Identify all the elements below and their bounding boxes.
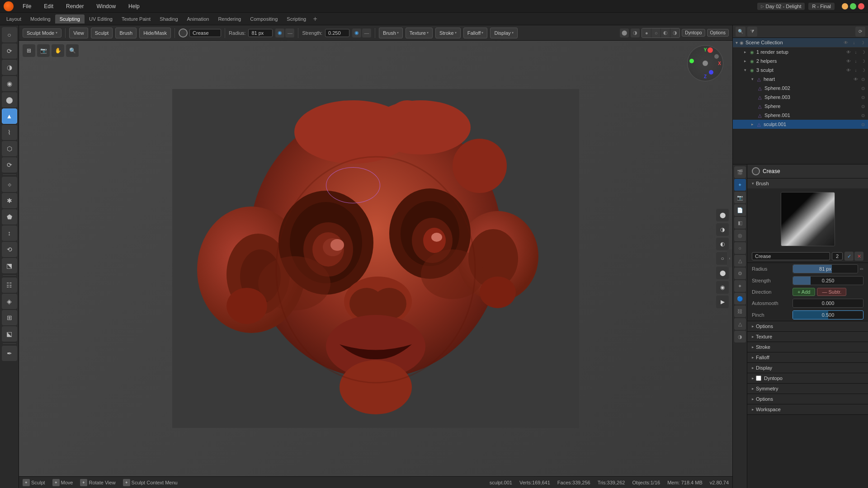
view-btn[interactable]: View (69, 28, 88, 38)
autosmooth-value-bar[interactable]: 0.000 (793, 299, 863, 308)
vp-right-btn3[interactable]: ◐ (716, 238, 729, 250)
sculpt-btn[interactable]: Sculpt (91, 28, 113, 38)
material-props-btn[interactable]: ◑ (734, 331, 746, 343)
sculpt-mode-dropdown[interactable]: Sculpt Mode ▾ (23, 28, 61, 38)
outliner-sphere-002[interactable]: △ Sphere.002 ⊙ (733, 84, 868, 93)
vp-right-btn2[interactable]: ◑ (716, 223, 729, 236)
vp-right-btn7[interactable]: ▶ (716, 296, 729, 308)
render-props-btn[interactable]: 📷 (734, 192, 746, 203)
nav-x-axis[interactable]: X (718, 61, 721, 66)
workspace-header[interactable]: ▸ Workspace (747, 404, 868, 414)
object-props-btn[interactable]: △ (734, 255, 746, 267)
wireframe-btn[interactable]: ○ (651, 28, 660, 38)
stroke-header[interactable]: ▸ Stroke (747, 342, 868, 352)
texture-dropdown[interactable]: Texture ▾ (406, 28, 433, 38)
brush-dropdown[interactable]: Brush ▾ (379, 28, 403, 38)
slide-relax-btn[interactable]: ⊞ (2, 310, 17, 325)
annotate-btn[interactable]: ✒ (2, 346, 17, 361)
stroke-dropdown[interactable]: Stroke ▾ (435, 28, 461, 38)
heart-vis2[interactable]: ⊙ (860, 76, 866, 82)
tab-modeling[interactable]: Modeling (26, 14, 55, 23)
radius-value-bar[interactable]: 81 px (793, 264, 858, 273)
scene-col-sel[interactable]: ↓ (851, 39, 857, 46)
crease-close-btn[interactable]: ✕ (854, 252, 863, 261)
viewport-hand-btn[interactable]: ✋ (52, 44, 64, 57)
file-menu[interactable]: File (19, 2, 35, 10)
render-setup-vis2[interactable]: ↓ (853, 49, 859, 55)
window-menu[interactable]: Window (93, 2, 119, 10)
dyntopo-header[interactable]: ▸ Dyntopo (747, 373, 868, 383)
help-menu[interactable]: Help (125, 2, 143, 10)
nav-y-axis[interactable]: Y (704, 47, 707, 52)
scene-col-vis[interactable]: 👁 (843, 39, 849, 46)
crease-name-input[interactable] (752, 252, 830, 260)
tab-compositing[interactable]: Compositing (245, 14, 282, 23)
heart-vis1[interactable]: 👁 (853, 76, 859, 82)
pinch-tool2-btn[interactable]: ✱ (2, 193, 17, 208)
sphere-002-vis1[interactable]: ⊙ (860, 85, 866, 91)
sphere-001-vis1[interactable]: ⊙ (860, 112, 866, 118)
rendered-btn[interactable]: ◐ (661, 28, 670, 38)
dyntopo-btn[interactable]: Dyntopo (682, 29, 705, 37)
tab-texture-paint[interactable]: Texture Paint (117, 14, 155, 23)
tab-animation[interactable]: Animation (183, 14, 214, 23)
blob-tool-btn[interactable]: ⬤ (2, 92, 17, 108)
viewport-perspective-btn[interactable]: ⊞ (23, 44, 35, 57)
xray-btn[interactable]: ◑ (631, 28, 640, 38)
scene-collection-item[interactable]: ▾ ◉ Scene Collection 👁 ↓ ☽ (733, 38, 868, 47)
material-btn[interactable]: ◑ (670, 28, 679, 38)
direction-sub-btn[interactable]: — Subtr. (817, 288, 846, 296)
inflate-tool-btn[interactable]: ◉ (2, 76, 17, 91)
hidemask-btn[interactable]: Hide/Mask (139, 28, 171, 38)
outliner-sculpt-group[interactable]: ▾ ◉ 3 sculpt 👁 ↓ ☽ (733, 66, 868, 75)
dyntopo-checkbox[interactable] (756, 375, 761, 381)
display-dropdown[interactable]: Display ▾ (490, 28, 517, 38)
viewport-overlay-btn[interactable]: ⬤ (620, 28, 629, 38)
outliner-render-setup[interactable]: ▸ ◉ 1 render setup 👁 ↓ ☽ (733, 47, 868, 56)
outliner-helpers[interactable]: ▸ ◉ 2 helpers 👁 ↓ ☽ (733, 56, 868, 66)
collapse-right-panel-btn[interactable]: ‹ (727, 249, 732, 267)
particle-props-btn[interactable]: ✦ (734, 280, 746, 292)
scene-col-hide[interactable]: ☽ (859, 39, 865, 46)
radius-input[interactable] (248, 29, 273, 37)
texture-header[interactable]: ▸ Texture (747, 332, 868, 342)
radius-edit-icon[interactable]: ✏ (860, 267, 863, 272)
render-setup-vis1[interactable]: 👁 (845, 49, 852, 55)
outliner-sphere-001[interactable]: △ Sphere.001 ⊙ (733, 111, 868, 120)
options-2-header[interactable]: ▸ Options (747, 394, 868, 404)
sphere-003-vis1[interactable]: ⊙ (860, 94, 866, 100)
sphere-vis1[interactable]: ⊙ (860, 103, 866, 109)
window-minimize[interactable] (842, 3, 848, 9)
window-maximize[interactable] (850, 3, 856, 9)
window-close[interactable] (858, 3, 864, 9)
outliner-sphere-003[interactable]: △ Sphere.003 ⊙ (733, 93, 868, 102)
viewport-search-btn[interactable]: 🔍 (66, 44, 79, 57)
strength-minus-btn[interactable]: — (362, 28, 371, 38)
scene-props-icon-btn[interactable]: ◎ (734, 230, 746, 241)
tab-layout[interactable]: Layout (2, 14, 26, 23)
draw-tool-btn[interactable]: ○ (2, 27, 17, 42)
flatten-tool-btn[interactable]: ⌇ (2, 125, 17, 140)
fill-tool-btn[interactable]: ⬡ (2, 141, 17, 156)
outliner-filter-btn[interactable]: ⧩ (747, 27, 757, 37)
scrape-tool-btn[interactable]: ⟳ (2, 157, 17, 173)
radius-minus-btn[interactable]: — (285, 28, 294, 38)
nav-z-axis[interactable]: Z (704, 74, 707, 79)
crease-tool-btn[interactable]: ▲ (2, 108, 17, 124)
rotate-tool-btn[interactable]: ◈ (2, 294, 17, 309)
vp-right-btn5[interactable]: ⬤ (716, 267, 729, 279)
sculpt-001-vis1[interactable]: ⊙ (860, 121, 866, 127)
viewport-camera-btn[interactable]: 📷 (37, 44, 50, 57)
radius-lock-btn[interactable]: ◉ (275, 28, 284, 38)
tab-rendering[interactable]: Rendering (213, 14, 245, 23)
pinch-tool-btn[interactable]: ◑ (2, 60, 17, 75)
vp-right-btn1[interactable]: ⬤ (716, 209, 729, 221)
output-props-btn[interactable]: 📄 (734, 204, 746, 216)
sculpt-group-vis2[interactable]: ↓ (853, 67, 859, 73)
outliner-sphere[interactable]: △ Sphere ⊙ (733, 102, 868, 111)
brush-name-input[interactable] (189, 29, 221, 37)
constraint-props-btn[interactable]: ⛓ (734, 305, 746, 317)
helpers-vis1[interactable]: 👁 (845, 58, 852, 64)
render-menu[interactable]: Render (62, 2, 87, 10)
physics-props-btn[interactable]: 🔵 (734, 293, 746, 305)
